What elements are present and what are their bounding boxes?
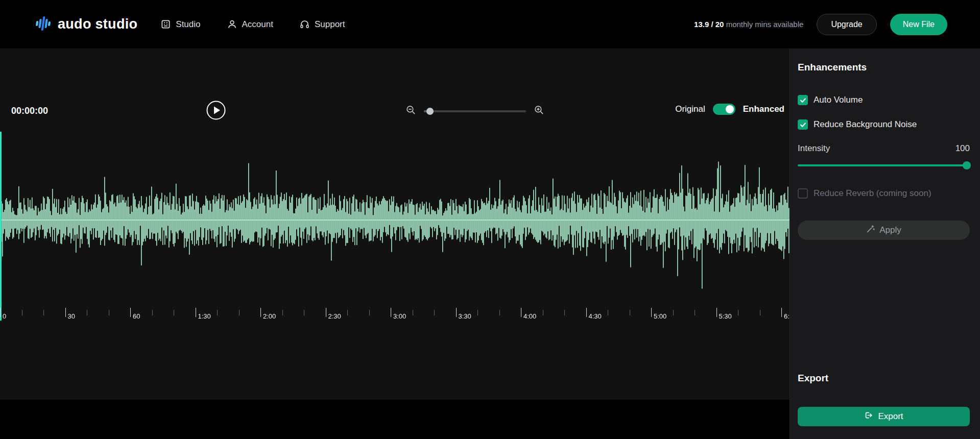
timeline-label: 6:00 (784, 312, 790, 320)
new-file-button[interactable]: New File (890, 14, 947, 35)
content-area: 00:00:00 (0, 48, 980, 439)
reduce-reverb-checkbox[interactable]: Reduce Reverb (coming soon) (798, 188, 931, 199)
minutes-value: 13.9 / 20 (694, 20, 724, 29)
enhancements-panel: Enhancements Auto Volume Reduce Backgrou… (790, 48, 980, 439)
apply-button[interactable]: Apply (798, 221, 970, 240)
reduce-reverb-label: Reduce Reverb (coming soon) (814, 188, 931, 199)
checkbox-icon (798, 119, 808, 130)
nav-label-support: Support (315, 19, 345, 30)
intensity-row: Intensity 100 (798, 143, 970, 154)
original-enhanced-toggle: Original Enhanced (675, 104, 784, 115)
intensity-slider-thumb[interactable] (963, 161, 971, 169)
navbar-right: 13.9 / 20 monthly mins available Upgrade… (694, 14, 947, 35)
panel-title: Enhancements (798, 62, 867, 73)
intensity-slider[interactable] (798, 164, 970, 166)
timeline: 030601:302:002:303:003:304:004:305:005:3… (0, 308, 790, 326)
timeline-label: 4:00 (523, 312, 536, 320)
timeline-label: 4:30 (589, 312, 602, 320)
zoom-slider[interactable] (424, 110, 526, 112)
reduce-noise-checkbox[interactable]: Reduce Background Noise (798, 119, 917, 130)
timeline-label: 3:00 (393, 312, 406, 320)
audo-logo-icon (34, 14, 52, 35)
support-headphones-icon (300, 19, 309, 29)
brand-logo[interactable]: audo studio (34, 14, 137, 35)
export-button[interactable]: Export (798, 407, 970, 426)
original-label: Original (675, 104, 705, 114)
nav-item-support[interactable]: Support (300, 19, 345, 30)
minutes-caption: monthly mins available (726, 20, 804, 29)
intensity-label: Intensity (798, 143, 830, 154)
enhanced-label: Enhanced (743, 104, 784, 114)
playhead-cursor[interactable] (0, 132, 2, 321)
timeline-label: 2:00 (263, 312, 276, 320)
timeline-label: 30 (68, 312, 75, 320)
timeline-label: 5:30 (719, 312, 732, 320)
nav-label-studio: Studio (176, 19, 200, 30)
playback-timestamp: 00:00:00 (11, 106, 48, 116)
timeline-label: 0 (3, 312, 6, 320)
timeline-label: 1:30 (198, 312, 211, 320)
waveform[interactable] (0, 130, 790, 322)
top-navbar: audo studio Studio Account (0, 0, 980, 48)
studio-grid-icon (161, 19, 171, 29)
editor-area: 00:00:00 (0, 48, 790, 439)
reduce-noise-label: Reduce Background Noise (814, 119, 917, 130)
checkbox-icon (798, 188, 808, 199)
intensity-value: 100 (955, 143, 970, 154)
minutes-remaining: 13.9 / 20 monthly mins available (694, 20, 803, 29)
zoom-control (406, 105, 544, 117)
auto-volume-checkbox[interactable]: Auto Volume (798, 95, 863, 105)
upgrade-button[interactable]: Upgrade (817, 14, 876, 35)
export-title: Export (798, 373, 828, 384)
checkbox-icon (798, 95, 808, 105)
export-label: Export (878, 411, 903, 422)
enhanced-switch[interactable] (713, 104, 735, 115)
timeline-label: 60 (133, 312, 140, 320)
account-icon (227, 19, 237, 29)
nav-item-studio[interactable]: Studio (161, 19, 200, 30)
magic-wand-icon (866, 225, 875, 236)
waveform-panel: 00:00:00 (0, 48, 790, 400)
auto-volume-label: Auto Volume (814, 95, 863, 105)
timeline-label: 2:30 (328, 312, 341, 320)
main-nav: Studio Account Support (161, 19, 345, 30)
play-button[interactable] (206, 100, 226, 120)
zoom-slider-thumb[interactable] (426, 108, 434, 115)
nav-label-account: Account (242, 19, 273, 30)
timeline-label: 5:00 (654, 312, 666, 320)
apply-label: Apply (879, 225, 901, 235)
zoom-in-icon[interactable] (534, 105, 544, 117)
brand-name: audo studio (58, 16, 137, 32)
timeline-label: 3:30 (459, 312, 471, 320)
switch-knob (726, 105, 734, 113)
nav-item-account[interactable]: Account (227, 19, 273, 30)
zoom-out-icon[interactable] (406, 105, 416, 117)
export-icon (864, 411, 873, 422)
